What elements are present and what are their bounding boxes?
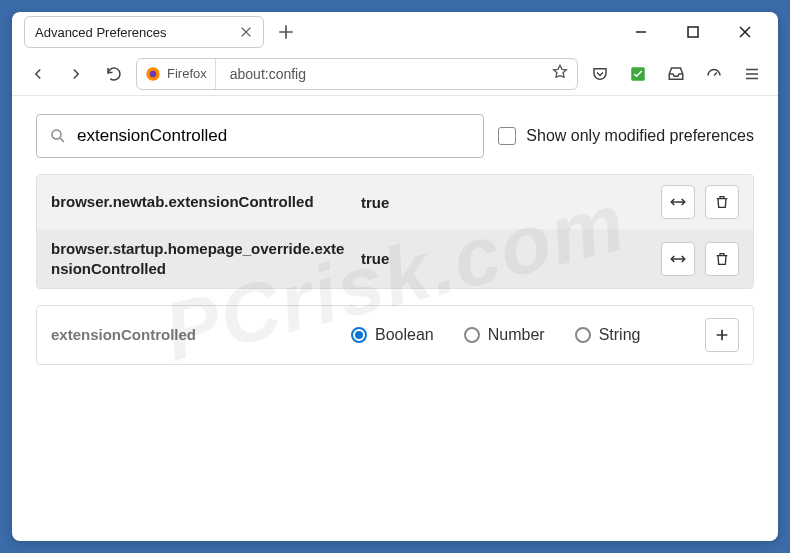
new-preference-name: extensionControlled [51,325,341,345]
new-tab-button[interactable] [272,18,300,46]
inbox-icon[interactable] [660,58,692,90]
svg-rect-0 [688,27,698,37]
config-search-input[interactable] [77,126,471,146]
tab-title: Advanced Preferences [35,25,231,40]
browser-tab[interactable]: Advanced Preferences [24,16,264,48]
window-controls [626,17,774,47]
about-config-content: Show only modified preferences browser.n… [12,96,778,541]
titlebar: Advanced Preferences [12,12,778,52]
minimize-button[interactable] [626,17,656,47]
preference-value: true [361,194,651,211]
forward-button[interactable] [60,58,92,90]
extension-icon[interactable] [622,58,654,90]
delete-button[interactable] [705,242,739,276]
close-tab-icon[interactable] [239,25,253,39]
pocket-icon[interactable] [584,58,616,90]
svg-point-2 [150,70,157,77]
delete-button[interactable] [705,185,739,219]
preference-list: browser.newtab.extensionControlled true … [36,174,754,289]
url-bar[interactable]: Firefox about:config [136,58,578,90]
maximize-button[interactable] [678,17,708,47]
close-window-button[interactable] [730,17,760,47]
search-row: Show only modified preferences [36,114,754,158]
preference-name: browser.newtab.extensionControlled [51,192,351,212]
identity-box[interactable]: Firefox [145,59,216,89]
back-button[interactable] [22,58,54,90]
preference-value: true [361,250,651,267]
radio-number[interactable]: Number [464,326,545,344]
svg-point-4 [52,130,61,139]
toggle-button[interactable] [661,242,695,276]
dashboard-icon[interactable] [698,58,730,90]
new-preference-row: extensionControlled Boolean Number Strin… [36,305,754,365]
radio-boolean[interactable]: Boolean [351,326,434,344]
toggle-button[interactable] [661,185,695,219]
radio-string[interactable]: String [575,326,641,344]
config-search-box[interactable] [36,114,484,158]
url-text: about:config [222,66,545,82]
preference-row[interactable]: browser.newtab.extensionControlled true [37,175,753,229]
checkbox-icon [498,127,516,145]
add-preference-button[interactable] [705,318,739,352]
radio-label: Boolean [375,326,434,344]
type-radio-group: Boolean Number String [351,326,695,344]
modified-only-label: Show only modified preferences [526,127,754,145]
reload-button[interactable] [98,58,130,90]
nav-toolbar: Firefox about:config [12,52,778,96]
preference-name: browser.startup.homepage_override.extens… [51,239,351,278]
radio-label: String [599,326,641,344]
identity-label: Firefox [167,66,207,81]
app-menu-button[interactable] [736,58,768,90]
browser-window: Advanced Preferences [12,12,778,541]
firefox-icon [145,66,161,82]
bookmark-star-icon[interactable] [551,63,569,85]
radio-label: Number [488,326,545,344]
search-icon [49,127,67,145]
modified-only-toggle[interactable]: Show only modified preferences [498,127,754,145]
preference-row[interactable]: browser.startup.homepage_override.extens… [37,229,753,288]
